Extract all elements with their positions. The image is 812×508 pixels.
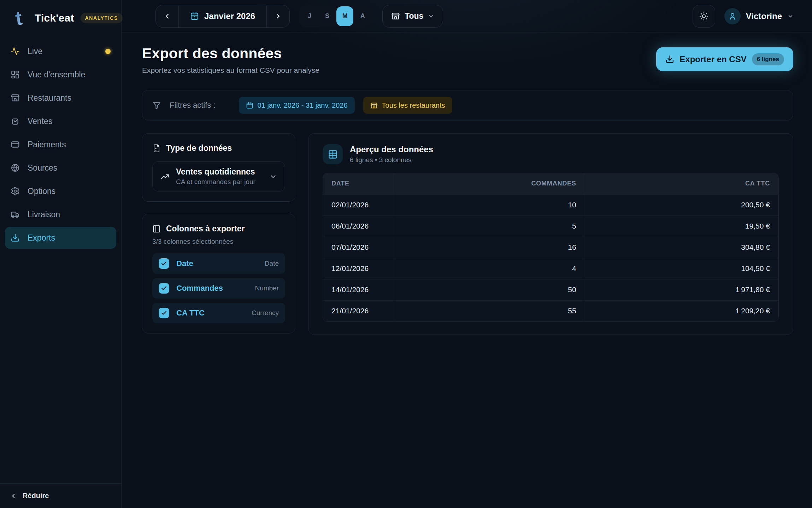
- columns-card: Colonnes à exporter 3/3 colonnes sélecti…: [142, 214, 295, 333]
- sidebar-item-ventes[interactable]: Ventes: [5, 110, 116, 132]
- live-status-dot: [105, 49, 111, 54]
- sidebar-item-paiements[interactable]: Paiements: [5, 134, 116, 155]
- period-option-day[interactable]: J: [301, 7, 318, 25]
- cell-commandes: 16: [394, 237, 585, 258]
- sidebar-item-livraison[interactable]: Livraison: [5, 203, 116, 225]
- data-type-description: CA et commandes par jour: [176, 178, 263, 186]
- store-icon: [11, 93, 20, 102]
- sidebar-item-options[interactable]: Options: [5, 180, 116, 202]
- cell-date: 07/01/2026: [323, 237, 394, 258]
- topbar: Janvier 2026 J S M A Tous: [122, 0, 812, 33]
- sidebar-item-live[interactable]: Live: [5, 40, 116, 62]
- data-preview-card: Aperçu des données 6 lignes • 3 colonnes…: [308, 133, 793, 335]
- data-type-title: Type de données: [166, 143, 232, 153]
- calendar-icon: [246, 102, 253, 109]
- sidebar-nav: Live Vue d'ensemble Restaurants Ventes: [0, 35, 121, 483]
- preview-table: DATE COMMANDES CA TTC 02/01/2026 10 200,…: [323, 173, 778, 321]
- table-icon: [328, 149, 338, 159]
- trending-up-icon: [160, 172, 170, 181]
- restaurant-filter-dropdown[interactable]: Tous: [382, 5, 443, 28]
- sidebar-item-label: Restaurants: [28, 93, 71, 103]
- data-type-select[interactable]: Ventes quotidiennes CA et commandes par …: [152, 161, 285, 191]
- data-type-selected: Ventes quotidiennes CA et commandes par …: [176, 167, 263, 186]
- filter-funnel-icon: [152, 101, 161, 110]
- sidebar-item-label: Paiements: [28, 140, 66, 149]
- month-selector[interactable]: Janvier 2026: [179, 11, 266, 21]
- data-type-value: Ventes quotidiennes: [176, 167, 263, 177]
- preview-title: Aperçu des données: [350, 144, 433, 154]
- columns-icon: [152, 225, 161, 233]
- preview-header: Aperçu des données 6 lignes • 3 colonnes: [323, 144, 779, 164]
- sidebar-item-restaurants[interactable]: Restaurants: [5, 87, 116, 109]
- table-row: 21/01/2026 55 1 209,20 €: [323, 300, 778, 321]
- sidebar-item-label: Live: [28, 47, 42, 56]
- export-csv-label: Exporter en CSV: [679, 54, 746, 64]
- period-option-month[interactable]: M: [336, 6, 353, 26]
- date-range-chip[interactable]: 01 janv. 2026 - 31 janv. 2026: [239, 97, 355, 114]
- preview-titles: Aperçu des données 6 lignes • 3 colonnes: [350, 144, 433, 164]
- user-menu[interactable]: Victorine: [724, 8, 794, 24]
- column-toggle-date[interactable]: Date Date: [152, 253, 285, 274]
- page-titles: Export des données Exportez vos statisti…: [142, 45, 319, 75]
- download-icon: [11, 233, 20, 242]
- previous-month-button[interactable]: [156, 5, 178, 27]
- restaurants-value: Tous les restaurants: [382, 101, 445, 110]
- restaurant-filter-value: Tous: [405, 11, 423, 21]
- column-header-date: DATE: [323, 173, 394, 194]
- column-toggle-commandes[interactable]: Commandes Number: [152, 278, 285, 299]
- cell-ca-ttc: 1 209,20 €: [585, 300, 778, 321]
- column-header-commandes: COMMANDES: [394, 173, 585, 194]
- sidebar-item-label: Options: [28, 187, 55, 196]
- export-rows-badge: 6 lignes: [752, 53, 784, 65]
- theme-toggle-button[interactable]: [693, 5, 715, 28]
- export-settings-column: Type de données Ventes quotidiennes CA e…: [142, 133, 295, 333]
- chevron-down-icon: [269, 173, 277, 181]
- sidebar-item-exports[interactable]: Exports: [5, 227, 116, 249]
- date-range-value: 01 janv. 2026 - 31 janv. 2026: [258, 101, 348, 110]
- next-month-button[interactable]: [267, 5, 289, 27]
- download-icon: [665, 55, 674, 64]
- active-filters-label: Filtres actifs :: [170, 101, 216, 110]
- cell-ca-ttc: 19,50 €: [585, 215, 778, 237]
- user-name: Victorine: [746, 11, 782, 21]
- sidebar-item-vue-densemble[interactable]: Vue d'ensemble: [5, 64, 116, 85]
- checkbox-checked-icon[interactable]: [159, 283, 169, 294]
- checkbox-checked-icon[interactable]: [159, 258, 169, 269]
- chevron-down-icon: [787, 13, 794, 19]
- period-option-year[interactable]: A: [354, 7, 371, 25]
- columns-list: Date Date Commandes Number: [152, 253, 285, 323]
- gear-icon: [11, 187, 20, 196]
- table-row: 06/01/2026 5 19,50 €: [323, 215, 778, 237]
- column-toggle-ca-ttc[interactable]: CA TTC Currency: [152, 303, 285, 323]
- check-icon: [161, 310, 167, 316]
- sidebar-item-label: Livraison: [28, 210, 60, 219]
- activity-icon: [11, 47, 20, 56]
- cell-commandes: 55: [394, 300, 585, 321]
- calendar-icon: [190, 12, 199, 20]
- export-csv-button[interactable]: Exporter en CSV 6 lignes: [656, 47, 793, 71]
- collapse-sidebar-button[interactable]: Réduire: [0, 483, 121, 508]
- cell-ca-ttc: 1 971,80 €: [585, 279, 778, 300]
- table-header-row: DATE COMMANDES CA TTC: [323, 173, 778, 194]
- sun-icon: [699, 12, 708, 21]
- columns-header: Colonnes à exporter: [152, 224, 285, 234]
- preview-table-wrap: DATE COMMANDES CA TTC 02/01/2026 10 200,…: [323, 173, 779, 322]
- column-label: Date: [176, 259, 193, 268]
- sidebar-item-sources[interactable]: Sources: [5, 157, 116, 179]
- period-option-week[interactable]: S: [319, 7, 336, 25]
- chevron-left-icon: [10, 492, 17, 500]
- shopping-bag-icon: [11, 117, 20, 126]
- checkbox-checked-icon[interactable]: [159, 308, 169, 318]
- brand: t Tick'eat ANALYTICS: [0, 0, 121, 35]
- check-icon: [161, 285, 167, 291]
- table-row: 02/01/2026 10 200,50 €: [323, 194, 778, 215]
- store-icon: [391, 12, 400, 20]
- restaurants-chip[interactable]: Tous les restaurants: [363, 97, 452, 114]
- page-subtitle: Exportez vos statistiques au format CSV …: [142, 66, 319, 75]
- page-content: Export des données Exportez vos statisti…: [122, 33, 812, 508]
- svg-text:t: t: [14, 8, 24, 28]
- file-text-icon: [152, 144, 161, 153]
- check-icon: [161, 260, 167, 267]
- truck-icon: [11, 210, 20, 219]
- sidebar-item-label: Vue d'ensemble: [28, 70, 85, 79]
